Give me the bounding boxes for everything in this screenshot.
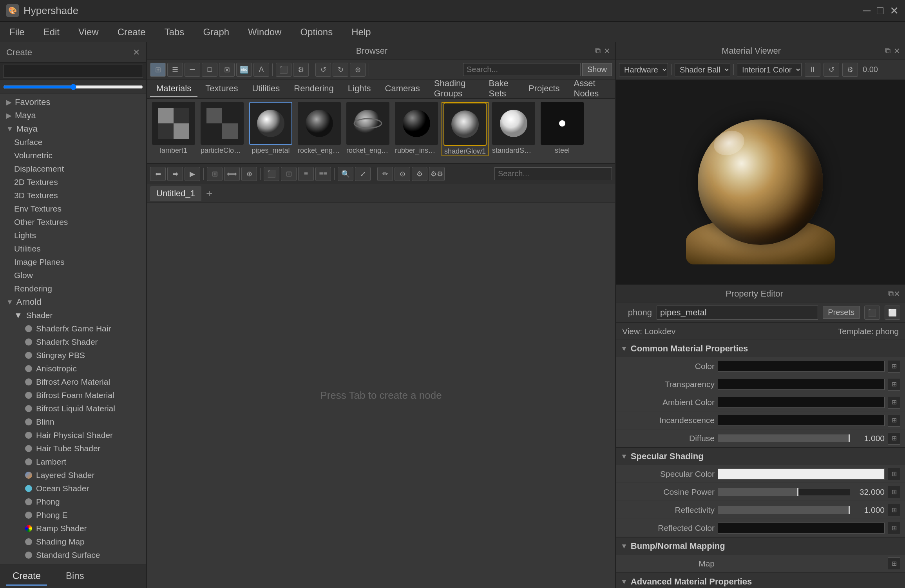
- tab-bake-sets[interactable]: Bake Sets: [483, 76, 521, 102]
- incandescence-map-btn[interactable]: ⊞: [888, 414, 900, 427]
- color-map-btn[interactable]: ⊞: [888, 360, 900, 373]
- node-btn-9[interactable]: ≡: [298, 167, 314, 181]
- prop-icon-btn-2[interactable]: ⬜: [885, 306, 900, 320]
- create-tab[interactable]: Create: [6, 567, 47, 586]
- browser-btn-5[interactable]: ⊠: [219, 63, 235, 77]
- node-zoom-btn[interactable]: 🔍: [338, 167, 353, 181]
- viewer-settings-icon[interactable]: ⚙: [842, 63, 858, 77]
- tree-other-textures[interactable]: Other Textures: [0, 215, 146, 229]
- material-select[interactable]: Interior1 Color: [737, 63, 802, 76]
- node-btn-4[interactable]: ⊞: [207, 167, 223, 181]
- menu-options[interactable]: Options: [297, 25, 336, 39]
- item-blinn[interactable]: Blinn: [11, 415, 146, 429]
- node-btn-10[interactable]: ≡≡: [315, 167, 331, 181]
- transparency-bar[interactable]: [718, 379, 885, 390]
- browser-btn-4[interactable]: □: [202, 63, 217, 77]
- node-btn-2[interactable]: ➡: [167, 167, 183, 181]
- node-btn-1[interactable]: ⬅: [150, 167, 166, 181]
- tree-volumetric[interactable]: Volumetric: [0, 149, 146, 162]
- item-standard-surface[interactable]: Standard Surface: [11, 548, 146, 562]
- tab-projects[interactable]: Projects: [522, 81, 566, 97]
- item-layered-shader[interactable]: Layered Shader: [11, 469, 146, 482]
- node-btn-7[interactable]: ⬛: [264, 167, 279, 181]
- prop-close-icon[interactable]: ✕: [894, 289, 900, 299]
- tab-cameras[interactable]: Cameras: [379, 81, 426, 97]
- tab-textures[interactable]: Textures: [199, 81, 244, 97]
- bins-tab[interactable]: Bins: [60, 567, 90, 586]
- item-lambert[interactable]: Lambert: [11, 455, 146, 469]
- color-bar[interactable]: [718, 361, 885, 372]
- mat-particle-cloud1[interactable]: particleCloud1: [199, 102, 246, 155]
- browser-btn-8[interactable]: ⬛: [276, 63, 291, 77]
- tree-glow[interactable]: Glow: [0, 269, 146, 282]
- tab-lights[interactable]: Lights: [342, 81, 377, 97]
- item-phong[interactable]: Phong: [11, 495, 146, 508]
- tab-asset-nodes[interactable]: Asset Nodes: [568, 76, 612, 102]
- tree-displacement[interactable]: Displacement: [0, 162, 146, 175]
- incandescence-bar[interactable]: [718, 415, 885, 426]
- create-search-input[interactable]: [3, 65, 143, 78]
- viewer-pause-icon[interactable]: ⏸: [805, 63, 820, 77]
- create-close-icon[interactable]: ✕: [133, 47, 140, 58]
- reflectivity-map-btn[interactable]: ⊞: [888, 504, 900, 516]
- tree-lights[interactable]: Lights: [0, 229, 146, 242]
- browser-close-icon[interactable]: ✕: [604, 46, 610, 56]
- prop-icon-btn-1[interactable]: ⬛: [864, 306, 880, 320]
- reflectivity-slider[interactable]: [718, 505, 850, 516]
- node-search-input[interactable]: [494, 167, 612, 180]
- tree-image-planes[interactable]: Image Planes: [0, 255, 146, 269]
- section-specular-header[interactable]: ▼ Specular Shading: [616, 448, 905, 465]
- tab-materials[interactable]: Materials: [150, 81, 197, 97]
- tree-maya-1[interactable]: ▶ Maya: [0, 109, 146, 122]
- prop-float-icon[interactable]: ⧉: [888, 289, 894, 298]
- node-btn-8[interactable]: ⊡: [281, 167, 297, 181]
- node-btn-15[interactable]: ⚙⚙: [429, 167, 445, 181]
- browser-btn-10[interactable]: ↺: [315, 63, 331, 77]
- tree-2d-textures[interactable]: 2D Textures: [0, 175, 146, 189]
- item-hair-physical[interactable]: Hair Physical Shader: [11, 429, 146, 442]
- node-btn-13[interactable]: ⊙: [395, 167, 410, 181]
- tab-utilities[interactable]: Utilities: [246, 81, 286, 97]
- item-bifrost-foam[interactable]: Bifrost Foam Material: [11, 389, 146, 402]
- item-ocean-shader[interactable]: Ocean Shader: [11, 482, 146, 495]
- node-btn-5[interactable]: ⟺: [224, 167, 240, 181]
- tab-rendering[interactable]: Rendering: [288, 81, 340, 97]
- browser-btn-9[interactable]: ⚙: [293, 63, 309, 77]
- menu-help[interactable]: Help: [348, 25, 374, 39]
- node-tab-untitled1[interactable]: Untitled_1: [150, 186, 201, 201]
- browser-float-icon[interactable]: ⧉: [595, 46, 601, 55]
- menu-tabs[interactable]: Tabs: [161, 25, 188, 39]
- close-icon[interactable]: ✕: [890, 4, 899, 17]
- section-bump-header[interactable]: ▼ Bump/Normal Mapping: [616, 537, 905, 555]
- item-ramp-shader[interactable]: Ramp Shader: [11, 522, 146, 535]
- specular-color-map-btn[interactable]: ⊞: [888, 468, 900, 480]
- menu-file[interactable]: File: [6, 25, 28, 39]
- tree-3d-textures[interactable]: 3D Textures: [0, 189, 146, 202]
- tree-surface[interactable]: Surface: [0, 136, 146, 149]
- item-shaderfx-game-hair[interactable]: Shaderfx Game Hair: [11, 322, 146, 335]
- menu-create[interactable]: Create: [114, 25, 149, 39]
- mat-steel[interactable]: steel: [539, 102, 586, 155]
- menu-graph[interactable]: Graph: [200, 25, 232, 39]
- mat-lambert1[interactable]: lambert1: [150, 102, 197, 155]
- node-tab-add[interactable]: +: [203, 187, 215, 200]
- tree-utilities[interactable]: Utilities: [0, 242, 146, 255]
- item-shaderfx-shader[interactable]: Shaderfx Shader: [11, 335, 146, 349]
- reflected-bar[interactable]: [718, 523, 885, 534]
- browser-grid-view-btn[interactable]: ⊞: [150, 63, 166, 77]
- mat-pipes-metal[interactable]: pipes_metal: [247, 102, 294, 155]
- reflected-map-btn[interactable]: ⊞: [888, 522, 900, 534]
- browser-list-view-btn[interactable]: ☰: [167, 63, 183, 77]
- map-btn[interactable]: ⊞: [888, 557, 900, 570]
- item-shading-map[interactable]: Shading Map: [11, 535, 146, 548]
- tree-maya-2[interactable]: ▼ Maya: [0, 122, 146, 136]
- render-mode-select[interactable]: Hardware Software: [619, 63, 668, 76]
- diffuse-slider[interactable]: [718, 433, 850, 444]
- mat-rubber[interactable]: rubber_insul...: [393, 102, 440, 155]
- item-bifrost-liquid[interactable]: Bifrost Liquid Material: [11, 402, 146, 415]
- node-btn-12[interactable]: ✏: [377, 167, 393, 181]
- specular-color-bar[interactable]: [718, 469, 885, 479]
- tree-rendering[interactable]: Rendering: [0, 282, 146, 295]
- browser-search-input[interactable]: [463, 63, 581, 76]
- node-btn-3[interactable]: ▶: [185, 167, 200, 181]
